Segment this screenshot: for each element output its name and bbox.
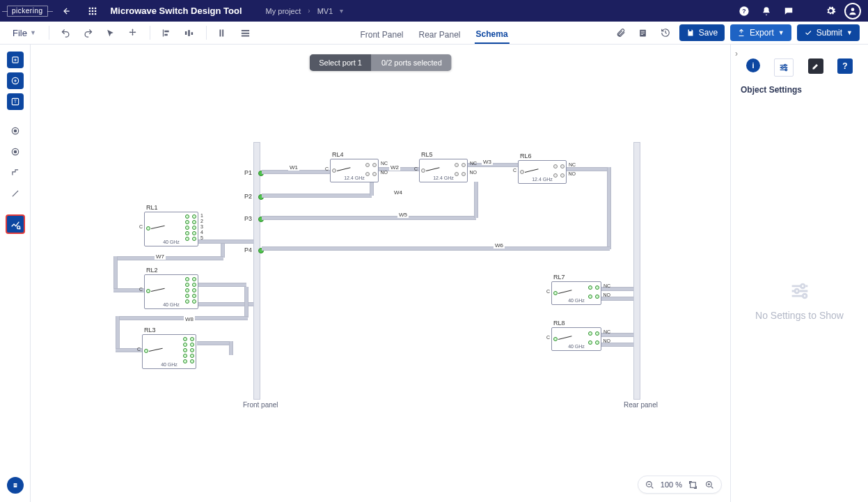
port-p1-label: P1 xyxy=(244,169,252,176)
align-left-icon[interactable] xyxy=(159,24,175,41)
relay-rl6[interactable]: RL6 12.4 GHz C NC NO xyxy=(518,160,567,184)
tab-front-panel[interactable]: Front Panel xyxy=(358,30,404,44)
align-distribute-icon[interactable] xyxy=(181,24,198,41)
file-menu[interactable]: File▼ xyxy=(8,25,40,41)
bell-icon[interactable] xyxy=(758,3,775,19)
wire-w8-v[interactable] xyxy=(116,316,120,350)
library-icon[interactable] xyxy=(7,477,24,494)
svg-rect-25 xyxy=(641,32,645,33)
wire-rl1-top[interactable] xyxy=(197,240,253,244)
panel-tab-settings-icon[interactable] xyxy=(774,58,794,77)
zoom-in-icon[interactable] xyxy=(703,478,716,491)
svg-rect-18 xyxy=(220,29,221,36)
relay-rl7[interactable]: RL7 40 GHz C NC NO xyxy=(551,281,601,305)
wire-w1-label: W1 xyxy=(288,164,299,171)
relay-rl3[interactable]: RL3 40 GHz C xyxy=(142,334,196,369)
zoom-fit-icon[interactable] xyxy=(686,478,699,491)
svg-rect-8 xyxy=(94,13,95,14)
relay-rl3-label: RL3 xyxy=(144,327,156,334)
redo-icon[interactable] xyxy=(80,24,97,41)
wire-w7-v1[interactable] xyxy=(221,244,225,258)
brand-logo: pickering xyxy=(7,6,48,17)
wire-w4v[interactable] xyxy=(370,182,374,196)
svg-point-45 xyxy=(785,69,787,71)
breadcrumb-variant[interactable]: MV1 xyxy=(317,7,333,15)
chat-icon[interactable] xyxy=(780,3,797,19)
wire-w5[interactable] xyxy=(262,216,476,220)
view-tabs: Front Panel Rear Panel Schema xyxy=(358,22,509,44)
save-button[interactable]: Save xyxy=(679,24,725,41)
relay-rl5[interactable]: RL5 12.4 GHz C NC NO xyxy=(419,159,468,182)
text-tool-icon[interactable]: T xyxy=(7,93,24,110)
note-icon[interactable] xyxy=(635,24,652,41)
pathfinder-icon[interactable] xyxy=(6,214,25,234)
wire-w8-v0[interactable] xyxy=(244,287,248,317)
tab-rear-panel[interactable]: Rear Panel xyxy=(417,30,461,44)
help-icon[interactable]: ? xyxy=(736,3,752,19)
pan-icon[interactable] xyxy=(125,24,141,41)
panel-tab-edit-icon[interactable] xyxy=(808,58,823,74)
relay-rl1[interactable]: RL1 40 GHz C 1 2 3 4 5 xyxy=(144,212,198,246)
step-line-icon[interactable] xyxy=(7,164,24,181)
caret-down-icon[interactable]: ▾ xyxy=(340,7,343,15)
port-p4-label: P4 xyxy=(244,246,252,253)
wire-w5v[interactable] xyxy=(474,182,478,218)
wire-rl6-down[interactable] xyxy=(607,167,611,249)
add-node-icon[interactable] xyxy=(7,52,24,68)
relay-rl8[interactable]: RL8 40 GHz C NC NO xyxy=(551,327,601,351)
relay-rl1-label: RL1 xyxy=(146,204,158,211)
collapse-panel-icon[interactable]: › xyxy=(735,49,738,58)
radio1-icon[interactable] xyxy=(7,123,24,139)
wire-w7-v2[interactable] xyxy=(113,256,118,290)
apps-icon[interactable] xyxy=(84,3,101,19)
svg-rect-17 xyxy=(191,32,194,35)
panel-tab-help-icon[interactable]: ? xyxy=(837,58,853,74)
gear-icon[interactable] xyxy=(822,3,839,19)
rear-panel-rail[interactable] xyxy=(633,142,640,400)
relay-rl4-freq: 12.4 GHz xyxy=(331,175,378,180)
wire-w4-label: W4 xyxy=(393,189,404,196)
front-panel-rail[interactable] xyxy=(253,142,260,400)
svg-rect-6 xyxy=(88,13,90,14)
align-bar1-icon[interactable] xyxy=(215,24,232,41)
svg-point-11 xyxy=(851,8,855,11)
svg-point-34 xyxy=(14,150,17,153)
export-button[interactable]: Export▼ xyxy=(730,24,791,41)
wire-w7-label: W7 xyxy=(155,253,166,260)
svg-rect-14 xyxy=(165,33,168,36)
svg-rect-38 xyxy=(14,484,17,485)
panel-tabs: i ? xyxy=(731,45,868,77)
history-icon[interactable] xyxy=(657,24,674,41)
wire-w3-label: W3 xyxy=(482,159,493,165)
wire-w7[interactable] xyxy=(113,256,223,260)
attachment-icon[interactable] xyxy=(613,24,629,41)
zoom-level: 100 % xyxy=(661,480,682,489)
undo-icon[interactable] xyxy=(58,24,74,41)
wire-rl3-v[interactable] xyxy=(229,341,233,355)
panel-tab-info-icon[interactable]: i xyxy=(746,58,760,72)
svg-rect-0 xyxy=(88,7,90,8)
wire-w8[interactable] xyxy=(116,316,248,320)
wire-w4[interactable] xyxy=(262,194,372,198)
add-circle-icon[interactable] xyxy=(7,72,24,89)
breadcrumb-project[interactable]: My project xyxy=(266,7,301,15)
zoom-out-icon[interactable] xyxy=(644,478,656,491)
schematic-canvas[interactable]: Select port 1 0/2 ports selected Front p… xyxy=(31,45,730,502)
wire-w6[interactable] xyxy=(262,246,610,251)
wire-w6-label: W6 xyxy=(494,242,505,249)
svg-point-44 xyxy=(782,67,784,69)
relay-rl2[interactable]: RL2 40 GHz C xyxy=(144,274,198,309)
pointer-icon[interactable] xyxy=(102,24,119,41)
wire-rl2-top1[interactable] xyxy=(197,283,246,287)
wire-rl3-top[interactable] xyxy=(197,341,231,345)
align-bar2-icon[interactable] xyxy=(237,24,254,41)
app-title: Microwave Switch Design Tool xyxy=(111,6,242,16)
relay-rl4[interactable]: RL4 12.4 GHz C NC NO xyxy=(330,159,379,182)
submit-button[interactable]: Submit▼ xyxy=(797,24,860,41)
radio2-icon[interactable] xyxy=(7,143,24,160)
tab-schema[interactable]: Schema xyxy=(475,29,510,44)
account-icon[interactable] xyxy=(844,3,861,19)
back-icon[interactable] xyxy=(58,3,74,19)
relay-rl5-freq: 12.4 GHz xyxy=(420,175,467,180)
diag-line-icon[interactable] xyxy=(7,185,24,202)
